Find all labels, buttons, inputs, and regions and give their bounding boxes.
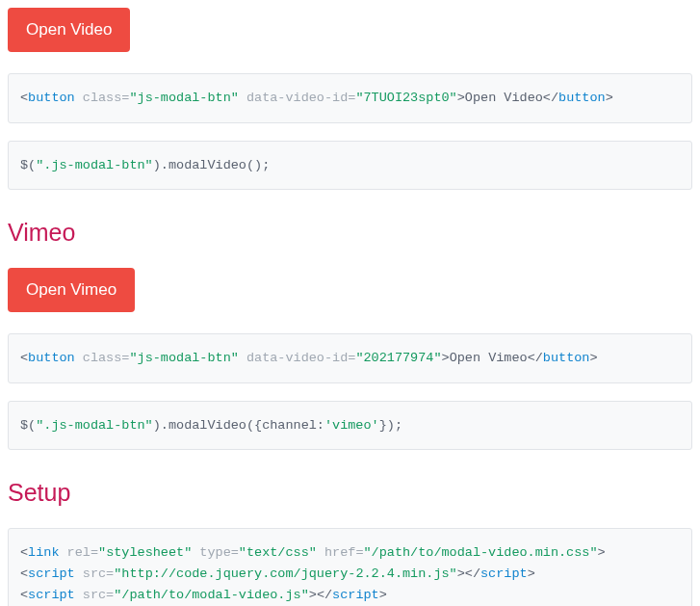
code-block-setup: <link rel="stylesheet" type="text/css" h… <box>8 528 692 606</box>
code-block-html-vimeo: <button class="js-modal-btn" data-video-… <box>8 333 692 383</box>
code-block-js-video: $(".js-modal-btn").modalVideo(); <box>8 141 692 191</box>
open-vimeo-button[interactable]: Open Vimeo <box>8 268 135 312</box>
open-video-button[interactable]: Open Video <box>8 8 130 52</box>
heading-vimeo: Vimeo <box>8 219 692 247</box>
code-block-html-video: <button class="js-modal-btn" data-video-… <box>8 73 692 123</box>
code-block-js-vimeo: $(".js-modal-btn").modalVideo({channel:'… <box>8 401 692 451</box>
heading-setup: Setup <box>8 479 692 507</box>
